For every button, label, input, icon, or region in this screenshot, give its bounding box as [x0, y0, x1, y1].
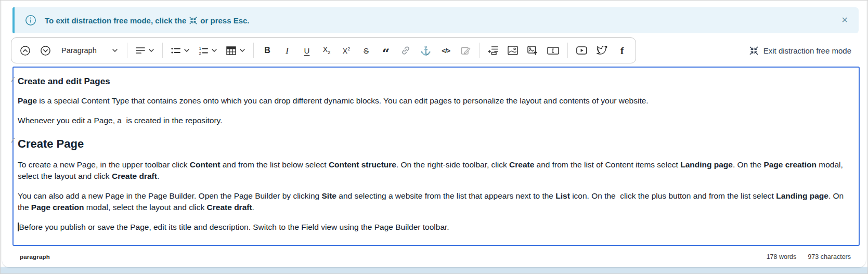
- blockquote-button[interactable]: “: [377, 41, 395, 60]
- bold-icon: B: [264, 46, 270, 55]
- underline-button[interactable]: U: [297, 41, 316, 60]
- chevron-up-circle-icon: [20, 45, 31, 56]
- insert-image-button[interactable]: [503, 41, 522, 60]
- current-block-type: paragraph: [20, 254, 50, 260]
- subscript-icon: X2: [323, 46, 330, 55]
- twitter-icon: [597, 46, 607, 55]
- numbered-list-dropdown[interactable]: 12: [195, 41, 221, 60]
- document-counts: 178 words 973 characters: [767, 253, 851, 260]
- text-alignment-dropdown[interactable]: [132, 41, 158, 60]
- image-icon: [508, 46, 518, 55]
- toolbar-separator: [127, 43, 127, 58]
- toolbar-separator: [479, 43, 480, 58]
- youtube-icon: [576, 46, 587, 55]
- italic-icon: I: [286, 46, 289, 55]
- embed-youtube-button[interactable]: [572, 41, 591, 60]
- paragraph-create-new-page[interactable]: To create a new Page, in the upper toolb…: [18, 159, 851, 182]
- toolbar-separator: [253, 43, 254, 58]
- image-upload-icon: [527, 46, 538, 55]
- upload-image-button[interactable]: [523, 41, 542, 60]
- code-button[interactable]: </>: [436, 41, 455, 60]
- banner-message-after: or press Esc.: [200, 16, 249, 25]
- paragraph-style-label: Paragraph: [61, 46, 97, 55]
- source-editing-button[interactable]: [456, 41, 475, 60]
- anchor-button[interactable]: ⚓: [416, 41, 435, 60]
- notification-banner: To exit distraction free mode, click the…: [12, 7, 859, 33]
- chevron-down-icon: [149, 49, 154, 52]
- collapse-arrows-icon: [189, 17, 197, 24]
- insert-block-button[interactable]: [484, 41, 502, 60]
- code-icon: </>: [442, 47, 450, 54]
- paragraph-page-builder[interactable]: You can also add a new Page in the Page …: [18, 190, 851, 213]
- link-icon: [400, 45, 411, 56]
- numbered-list-icon: 12: [199, 46, 208, 55]
- exit-distraction-free-label: Exit distraction free mode: [763, 46, 851, 55]
- align-left-icon: [136, 46, 145, 55]
- bulleted-list-dropdown[interactable]: [167, 41, 193, 60]
- editor-toolbar: Paragraph 12: [11, 37, 636, 63]
- heading-create-and-edit-pages[interactable]: Create and edit Pages: [18, 76, 851, 87]
- edit-pencil-icon: [461, 46, 471, 56]
- svg-text:2: 2: [199, 51, 202, 55]
- paragraph-page-description[interactable]: Page is a special Content Type that cont…: [18, 95, 851, 107]
- close-icon[interactable]: ✕: [839, 14, 850, 27]
- link-button[interactable]: [396, 41, 415, 60]
- info-icon: [25, 15, 36, 26]
- exit-distraction-free-button[interactable]: Exit distraction free mode: [749, 46, 851, 55]
- strikethrough-button[interactable]: S: [357, 41, 375, 60]
- heading-marker-icon: [11, 138, 15, 143]
- subscript-button[interactable]: X2: [317, 41, 336, 60]
- text-caret: [18, 223, 19, 231]
- underline-icon: U: [304, 47, 310, 55]
- paragraph-style-dropdown[interactable]: Paragraph: [56, 41, 123, 60]
- editor-status-bar: paragraph 178 words 973 characters: [12, 247, 860, 267]
- paragraph-before-publish[interactable]: Before you publish or save the Page, edi…: [18, 221, 851, 233]
- toolbar-row: Paragraph 12: [11, 37, 859, 63]
- banner-message: To exit distraction free mode, click the…: [45, 16, 250, 25]
- heading-create-page[interactable]: Create Page: [18, 137, 851, 151]
- blockquote-icon: “: [382, 51, 390, 56]
- chevron-down-circle-icon: [40, 45, 51, 56]
- editor-content-area[interactable]: Create and edit Pages Page is a special …: [12, 67, 860, 246]
- word-count: 178 words: [767, 253, 797, 260]
- screenshot-frame: To exit distraction free mode, click the…: [0, 0, 868, 274]
- superscript-icon: X2: [343, 47, 350, 55]
- superscript-button[interactable]: X2: [337, 41, 356, 60]
- page-background-strip: [1, 267, 867, 273]
- editor-card: To exit distraction free mode, click the…: [2, 1, 866, 267]
- heading-marker-icon: [11, 77, 15, 82]
- insert-field-button[interactable]: [543, 41, 563, 60]
- character-count: 973 characters: [808, 253, 851, 260]
- insert-block-icon: [488, 46, 498, 55]
- chevron-down-icon: [240, 49, 245, 52]
- paragraph-whenever-edit[interactable]: Whenever you edit a Page, a is created i…: [18, 115, 851, 126]
- bold-button[interactable]: B: [258, 41, 277, 60]
- banner-message-before: To exit distraction free mode, click the: [45, 16, 186, 25]
- collapse-arrows-icon: [749, 46, 758, 55]
- bulleted-list-icon: [171, 46, 180, 55]
- chevron-down-icon: [112, 49, 118, 52]
- embed-twitter-button[interactable]: [592, 41, 612, 60]
- table-icon: [226, 46, 236, 55]
- toolbar-separator: [162, 43, 163, 58]
- chevron-down-icon: [212, 49, 217, 52]
- embed-facebook-button[interactable]: f: [613, 41, 631, 60]
- insert-table-dropdown[interactable]: [222, 41, 249, 60]
- toolbar-separator: [567, 43, 568, 58]
- chevron-down-icon: [184, 49, 189, 52]
- input-field-icon: [547, 47, 559, 55]
- facebook-icon: f: [620, 46, 624, 56]
- move-up-button[interactable]: [16, 41, 35, 60]
- anchor-icon: ⚓: [420, 46, 431, 55]
- italic-button[interactable]: I: [278, 41, 296, 60]
- strikethrough-icon: S: [364, 47, 369, 55]
- move-down-button[interactable]: [36, 41, 55, 60]
